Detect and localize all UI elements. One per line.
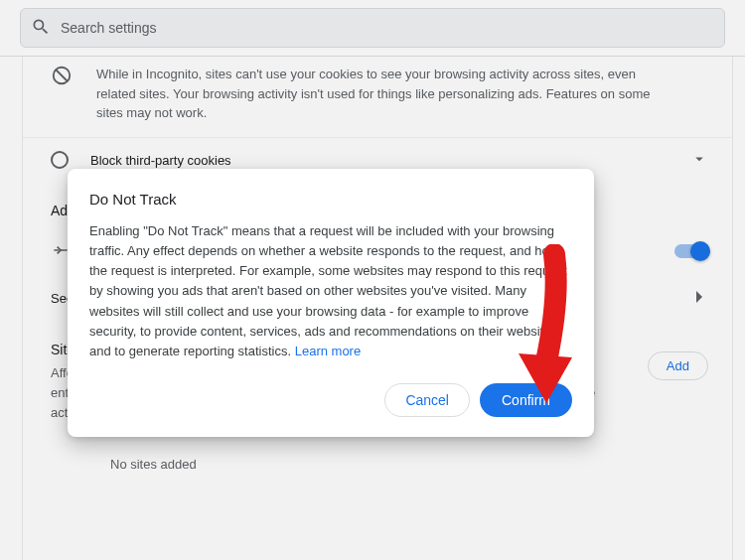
search-settings-bar[interactable] <box>20 8 725 48</box>
chevron-down-icon[interactable] <box>690 150 708 171</box>
add-site-button[interactable]: Add <box>648 351 708 380</box>
learn-more-link[interactable]: Learn more <box>295 344 361 358</box>
confirm-button[interactable]: Confirm <box>480 383 572 417</box>
search-input[interactable] <box>61 20 714 36</box>
chevron-right-icon <box>696 291 704 306</box>
block-third-party-label: Block third-party cookies <box>90 153 669 168</box>
dialog-title: Do Not Track <box>89 191 572 208</box>
cancel-button[interactable]: Cancel <box>384 383 470 417</box>
dialog-body: Enabling "Do Not Track" means that a req… <box>89 221 572 361</box>
search-icon <box>31 17 51 40</box>
svg-line-1 <box>57 70 68 81</box>
do-not-track-toggle[interactable] <box>674 244 708 258</box>
radio-unchecked-icon[interactable] <box>51 151 69 169</box>
dialog-actions: Cancel Confirm <box>89 383 572 417</box>
incognito-desc: While in Incognito, sites can't use your… <box>92 65 669 123</box>
dialog-body-text: Enabling "Do Not Track" means that a req… <box>89 223 567 358</box>
incognito-option-row[interactable]: While in Incognito, sites can't use your… <box>23 57 732 137</box>
do-not-track-dialog: Do Not Track Enabling "Do Not Track" mea… <box>68 169 594 437</box>
block-icon <box>51 65 73 89</box>
